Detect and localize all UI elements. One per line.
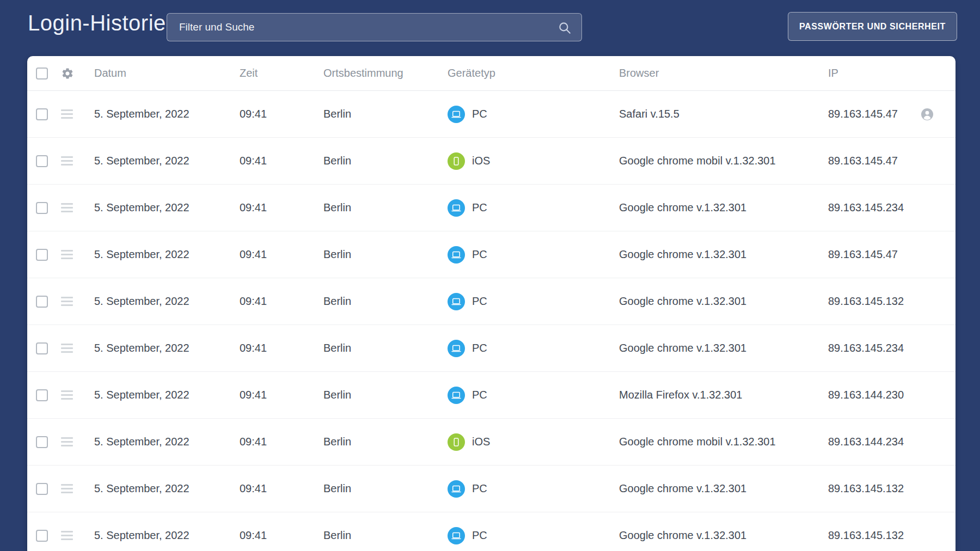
cell-zeit: 09:41	[240, 201, 323, 214]
cell-geraetetyp: PC	[472, 248, 487, 261]
search-box	[167, 13, 582, 41]
row-checkbox[interactable]	[36, 483, 48, 495]
device-type-icon	[448, 199, 465, 217]
select-all-checkbox[interactable]	[36, 68, 48, 79]
column-header-ip: IP	[828, 67, 921, 79]
cell-ortsbestimmung: Berlin	[323, 529, 448, 542]
cell-ip: 89.163.145.132	[828, 295, 921, 308]
cell-browser: Google chrome v.1.32.301	[619, 482, 828, 495]
hamburger-icon[interactable]	[61, 437, 73, 446]
person-icon	[921, 108, 934, 121]
device-type-icon	[448, 246, 465, 264]
cell-datum: 5. September, 2022	[94, 108, 240, 120]
column-header-ortsbestimmung: Ortsbestimmung	[323, 67, 448, 79]
device-type-icon	[448, 433, 465, 451]
cell-ortsbestimmung: Berlin	[323, 295, 448, 308]
cell-browser: Google chrome v.1.32.301	[619, 295, 828, 308]
column-header-geraetetyp: Gerätetyp	[448, 67, 619, 79]
cell-browser: Google chrome v.1.32.301	[619, 529, 828, 542]
cell-ip: 89.163.145.234	[828, 201, 921, 214]
cell-geraetetyp: PC	[472, 108, 487, 120]
device-type-icon	[448, 293, 465, 310]
cell-datum: 5. September, 2022	[94, 295, 240, 308]
cell-browser: Mozilla Firefox v.1.32.301	[619, 389, 828, 401]
table-row: 5. September, 2022 09:41 Berlin PC Mozil…	[27, 372, 955, 419]
row-checkbox[interactable]	[36, 249, 48, 261]
cell-ortsbestimmung: Berlin	[323, 482, 448, 495]
row-checkbox[interactable]	[36, 108, 48, 120]
cell-ip: 89.163.144.234	[828, 436, 921, 448]
cell-zeit: 09:41	[240, 155, 323, 167]
cell-browser: Safari v.15.5	[619, 108, 828, 120]
table-row: 5. September, 2022 09:41 Berlin PC Googl…	[27, 278, 955, 325]
hamburger-icon[interactable]	[61, 203, 73, 212]
cell-datum: 5. September, 2022	[94, 248, 240, 261]
cell-zeit: 09:41	[240, 248, 323, 261]
laptop-icon	[451, 483, 462, 494]
hamburger-icon[interactable]	[61, 390, 73, 400]
hamburger-icon[interactable]	[61, 344, 73, 353]
row-checkbox[interactable]	[36, 342, 48, 354]
cell-ortsbestimmung: Berlin	[323, 389, 448, 401]
login-history-table: Datum Zeit Ortsbestimmung Gerätetyp Brow…	[27, 56, 955, 551]
hamburger-icon[interactable]	[61, 531, 73, 540]
passwords-security-button[interactable]: PASSWÖRTER UND SICHERHEIT	[788, 12, 957, 41]
cell-geraetetyp: PC	[472, 201, 487, 214]
cell-ip: 89.163.145.234	[828, 342, 921, 354]
row-checkbox[interactable]	[36, 296, 48, 308]
cell-geraetetyp: PC	[472, 342, 487, 354]
row-checkbox[interactable]	[36, 202, 48, 214]
cell-ortsbestimmung: Berlin	[323, 248, 448, 261]
table-row: 5. September, 2022 09:41 Berlin PC Googl…	[27, 466, 955, 512]
cell-zeit: 09:41	[240, 342, 323, 354]
cell-geraetetyp: PC	[472, 295, 487, 308]
cell-ortsbestimmung: Berlin	[323, 342, 448, 354]
device-type-icon	[448, 527, 465, 544]
cell-geraetetyp: PC	[472, 529, 487, 542]
cell-geraetetyp: PC	[472, 482, 487, 495]
row-checkbox[interactable]	[36, 389, 48, 401]
cell-datum: 5. September, 2022	[94, 201, 240, 214]
cell-zeit: 09:41	[240, 482, 323, 495]
hamburger-icon[interactable]	[61, 297, 73, 306]
gear-icon[interactable]	[61, 67, 74, 80]
cell-zeit: 09:41	[240, 529, 323, 542]
page-title: Login-Historie	[28, 11, 166, 35]
cell-ip: 89.163.145.132	[828, 482, 921, 495]
device-type-icon	[448, 152, 465, 170]
cell-zeit: 09:41	[240, 389, 323, 401]
row-checkbox[interactable]	[36, 436, 48, 448]
laptop-icon	[451, 343, 462, 354]
table-row: 5. September, 2022 09:41 Berlin PC Googl…	[27, 185, 955, 231]
table-row: 5. September, 2022 09:41 Berlin PC Googl…	[27, 512, 955, 551]
hamburger-icon[interactable]	[61, 156, 73, 166]
table-row: 5. September, 2022 09:41 Berlin PC Googl…	[27, 325, 955, 372]
cell-ortsbestimmung: Berlin	[323, 155, 448, 167]
cell-zeit: 09:41	[240, 436, 323, 448]
cell-browser: Google chrome v.1.32.301	[619, 248, 828, 261]
search-input[interactable]	[167, 14, 581, 41]
hamburger-icon[interactable]	[61, 250, 73, 259]
cell-geraetetyp: iOS	[472, 155, 490, 167]
cell-datum: 5. September, 2022	[94, 482, 240, 495]
laptop-icon	[451, 109, 462, 120]
cell-browser: Google chrome v.1.32.301	[619, 201, 828, 214]
cell-zeit: 09:41	[240, 108, 323, 120]
cell-browser: Google chrome v.1.32.301	[619, 342, 828, 354]
cell-zeit: 09:41	[240, 295, 323, 308]
laptop-icon	[451, 296, 462, 307]
cell-ip: 89.163.145.47	[828, 248, 921, 261]
cell-datum: 5. September, 2022	[94, 436, 240, 448]
hamburger-icon[interactable]	[61, 109, 73, 119]
cell-browser: Google chrome mobil v.1.32.301	[619, 155, 828, 167]
row-checkbox[interactable]	[36, 155, 48, 167]
cell-datum: 5. September, 2022	[94, 155, 240, 167]
device-type-icon	[448, 480, 465, 498]
table-row: 5. September, 2022 09:41 Berlin PC Googl…	[27, 231, 955, 278]
laptop-icon	[451, 203, 462, 213]
row-checkbox[interactable]	[36, 530, 48, 542]
laptop-icon	[451, 390, 462, 401]
laptop-icon	[451, 530, 462, 541]
hamburger-icon[interactable]	[61, 484, 73, 493]
cell-ortsbestimmung: Berlin	[323, 201, 448, 214]
